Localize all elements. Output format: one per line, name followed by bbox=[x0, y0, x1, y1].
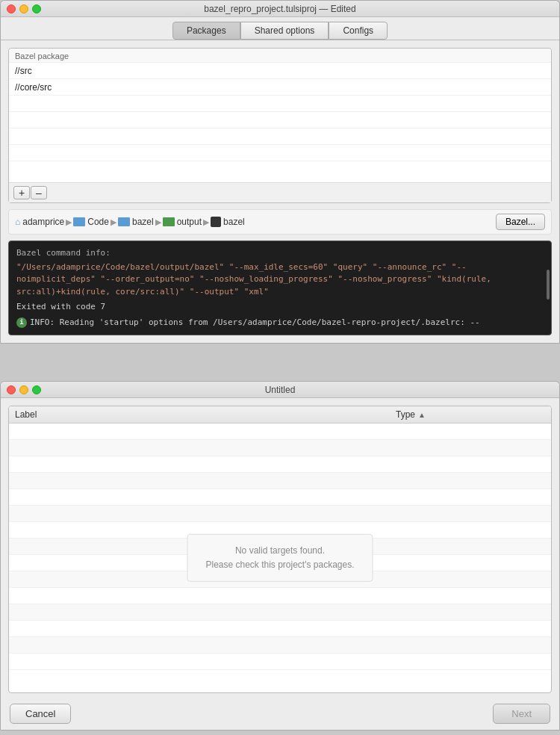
next-button[interactable]: Next bbox=[493, 704, 550, 724]
tab-configs[interactable]: Configs bbox=[329, 22, 388, 40]
house-icon: ⌂ bbox=[15, 217, 20, 227]
folder-icon bbox=[73, 217, 85, 226]
table-row bbox=[9, 621, 551, 637]
scrollbar[interactable] bbox=[547, 270, 550, 300]
remove-package-button[interactable]: – bbox=[31, 186, 47, 199]
table-row bbox=[9, 456, 551, 473]
list-item[interactable] bbox=[9, 96, 551, 112]
list-item[interactable]: //core/src bbox=[9, 79, 551, 96]
list-item[interactable]: //src bbox=[9, 63, 551, 79]
table-body: No valid targets found. Please check thi… bbox=[9, 424, 551, 692]
table-row bbox=[9, 440, 551, 456]
bottom-close-button[interactable] bbox=[7, 385, 16, 394]
top-window: bazel_repro_project.tulsiproj — Edited P… bbox=[0, 0, 560, 344]
bottom-minimize-button[interactable] bbox=[19, 385, 28, 394]
table-row bbox=[9, 489, 551, 506]
breadcrumb-item-output: output bbox=[163, 217, 202, 227]
col-type: Type ▲ bbox=[396, 409, 545, 420]
breadcrumb-item-bazel: bazel bbox=[118, 217, 154, 227]
list-item[interactable] bbox=[9, 128, 551, 145]
targets-table: Label Type ▲ No valid targets found. bbox=[8, 406, 552, 693]
traffic-lights bbox=[7, 4, 41, 13]
breadcrumb-item-bazel-file: bazel bbox=[211, 217, 245, 227]
bottom-window-title: Untitled bbox=[265, 385, 296, 395]
maximize-button[interactable] bbox=[32, 4, 41, 13]
top-content: Bazel package //src //core/src + – bbox=[1, 40, 559, 343]
tab-shared-options[interactable]: Shared options bbox=[240, 22, 329, 40]
add-package-button[interactable]: + bbox=[13, 186, 30, 199]
sort-icon: ▲ bbox=[418, 411, 426, 419]
bottom-buttons: Cancel Next bbox=[1, 698, 559, 730]
table-header: Label Type ▲ bbox=[9, 406, 551, 424]
add-remove-bar: + – bbox=[9, 182, 551, 202]
breadcrumb-sep: ▶ bbox=[203, 217, 209, 227]
bazel-file-icon bbox=[211, 217, 221, 227]
command-box: Bazel command info: "/Users/adamprice/Co… bbox=[8, 241, 552, 335]
breadcrumb-item-home: ⌂ adamprice bbox=[15, 217, 64, 227]
no-targets-message: No valid targets found. bbox=[205, 544, 354, 558]
table-row bbox=[9, 654, 551, 670]
minimize-button[interactable] bbox=[19, 4, 28, 13]
cancel-button[interactable]: Cancel bbox=[10, 704, 71, 724]
bottom-titlebar: Untitled bbox=[1, 382, 559, 398]
breadcrumb-item-code: Code bbox=[73, 217, 109, 227]
col-label: Label bbox=[15, 409, 396, 420]
cmd-command: "/Users/adamprice/Code/bazel/output/baze… bbox=[16, 261, 544, 299]
table-row bbox=[9, 637, 551, 654]
top-titlebar: bazel_repro_project.tulsiproj — Edited bbox=[1, 1, 559, 17]
bottom-maximize-button[interactable] bbox=[32, 385, 41, 394]
breadcrumb: ⌂ adamprice ▶ Code ▶ bazel ▶ output bbox=[15, 217, 245, 227]
table-row bbox=[9, 588, 551, 604]
bottom-traffic-lights bbox=[7, 385, 41, 394]
no-targets-sub-message: Please check this project's packages. bbox=[205, 558, 354, 572]
list-item[interactable] bbox=[9, 112, 551, 128]
folder-icon bbox=[163, 217, 175, 226]
cmd-exit: Exited with code 7 bbox=[16, 301, 544, 314]
bazel-browse-button[interactable]: Bazel... bbox=[496, 214, 545, 230]
window-title: bazel_repro_project.tulsiproj — Edited bbox=[204, 4, 355, 14]
package-section-label: Bazel package bbox=[9, 49, 551, 63]
cmd-label: Bazel command info: bbox=[16, 247, 544, 260]
breadcrumb-row: ⌂ adamprice ▶ Code ▶ bazel ▶ output bbox=[8, 209, 552, 235]
close-button[interactable] bbox=[7, 4, 16, 13]
cmd-info: i INFO: Reading 'startup' options from /… bbox=[16, 317, 544, 329]
tab-bar: Packages Shared options Configs bbox=[1, 17, 559, 40]
bottom-window: Untitled Label Type ▲ bbox=[0, 381, 560, 731]
tab-packages[interactable]: Packages bbox=[172, 22, 240, 40]
breadcrumb-sep: ▶ bbox=[155, 217, 161, 227]
folder-icon bbox=[118, 217, 130, 226]
breadcrumb-sep: ▶ bbox=[111, 217, 116, 227]
table-row bbox=[9, 424, 551, 440]
list-item[interactable] bbox=[9, 145, 551, 161]
package-section: Bazel package //src //core/src + – bbox=[8, 48, 552, 203]
package-list: //src //core/src bbox=[9, 63, 551, 182]
breadcrumb-sep: ▶ bbox=[66, 217, 72, 227]
table-row bbox=[9, 604, 551, 621]
table-row bbox=[9, 506, 551, 522]
no-targets-overlay: No valid targets found. Please check thi… bbox=[187, 534, 373, 582]
table-row bbox=[9, 473, 551, 489]
info-icon: i bbox=[16, 317, 27, 328]
